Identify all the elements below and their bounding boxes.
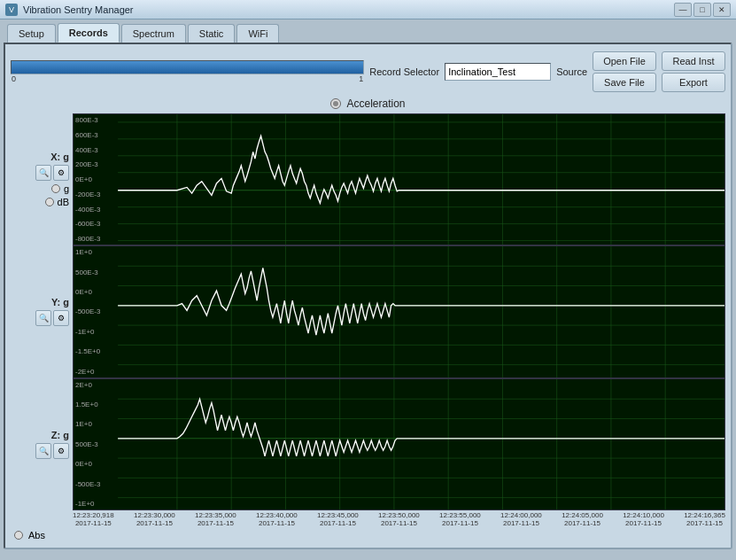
x-label-7: 12:24:00,000 2017-11-15 <box>500 511 542 527</box>
app-title: Vibration Sentry Manager <box>23 4 134 15</box>
y-settings[interactable]: ⚙ <box>53 310 69 326</box>
charts-container: X: g 🔍 ⚙ g dB <box>11 113 725 542</box>
x-axis-row: 12:23:20,918 2017-11-15 12:23:30,000 201… <box>11 510 725 528</box>
content-area: 0 1 Record Selector Source Open File Sav… <box>4 43 732 549</box>
slider-fill <box>12 61 363 74</box>
title-bar: V Vibration Sentry Manager — □ ✕ <box>0 0 736 19</box>
x-label-8: 12:24:05,000 2017-11-15 <box>562 511 603 527</box>
save-file-button[interactable]: Save File <box>593 73 656 92</box>
x-g-label: g <box>64 183 69 194</box>
export-button[interactable]: Export <box>662 73 725 92</box>
main-window: Setup Records Spectrum Static WiFi 0 1 R… <box>0 19 736 560</box>
tab-static[interactable]: Static <box>188 24 236 43</box>
chart-section-z: Z: g 🔍 ⚙ 2E+0 1.5E+0 1E+0 500E-3 0E+0 -5… <box>11 378 725 510</box>
x-axis-controls: 🔍 ⚙ <box>35 165 69 181</box>
slider-container: 0 1 <box>11 60 364 83</box>
window-controls: — □ ✕ <box>674 3 731 17</box>
x-unit-row: g <box>51 183 69 194</box>
acceleration-header: Acceleration <box>11 97 725 110</box>
x-label-0: 12:23:20,918 2017-11-15 <box>73 511 114 527</box>
x-db-row: dB <box>45 197 69 207</box>
close-button[interactable]: ✕ <box>713 3 731 17</box>
chart-section-y: Y: g 🔍 ⚙ 1E+0 500E-3 0E+0 -500E-3 -1E+0 … <box>11 245 725 377</box>
file-buttons: Open File Save File <box>593 51 656 92</box>
z-axis-controls: 🔍 ⚙ <box>35 443 69 459</box>
chart-svg-x <box>74 114 724 245</box>
chart-svg-y <box>74 246 724 377</box>
x-g-radio[interactable] <box>51 184 60 193</box>
minimize-button[interactable]: — <box>674 3 692 17</box>
z-zoom-in[interactable]: 🔍 <box>35 443 51 459</box>
slider-labels: 0 1 <box>11 74 364 83</box>
app-icon: V <box>5 4 18 16</box>
chart-area-x: 800E-3 600E-3 400E-3 200E-3 0E+0 -200E-3… <box>73 113 725 245</box>
x-labels: 12:23:20,918 2017-11-15 12:23:30,000 201… <box>73 510 725 528</box>
record-slider[interactable] <box>11 60 364 74</box>
tab-bar: Setup Records Spectrum Static WiFi <box>4 23 732 43</box>
y-axis-controls: 🔍 ⚙ <box>35 310 69 326</box>
acceleration-label: Acceleration <box>346 97 405 110</box>
y-zoom-in[interactable]: 🔍 <box>35 310 51 326</box>
x-label-5: 12:23:50,000 2017-11-15 <box>378 511 420 527</box>
slider-max: 1 <box>359 74 363 83</box>
x-settings[interactable]: ⚙ <box>53 165 69 181</box>
tab-wifi[interactable]: WiFi <box>236 24 279 43</box>
z-axis-label: Z: g <box>51 430 69 440</box>
tab-spectrum[interactable]: Spectrum <box>121 24 186 43</box>
x-label-10: 12:24:16,365 2017-11-15 <box>684 511 725 527</box>
x-label-6: 12:23:55,000 2017-11-15 <box>439 511 481 527</box>
chart-left-y: Y: g 🔍 ⚙ <box>11 245 73 377</box>
chart-area-y: 1E+0 500E-3 0E+0 -500E-3 -1E+0 -1.5E+0 -… <box>73 245 725 377</box>
acceleration-radio[interactable] <box>330 98 341 109</box>
abs-radio[interactable] <box>14 531 23 540</box>
open-file-button[interactable]: Open File <box>593 51 656 71</box>
x-label-3: 12:23:40,000 2017-11-15 <box>256 511 298 527</box>
x-axis-label: X: g <box>50 152 69 162</box>
slider-min: 0 <box>12 74 16 83</box>
chart-section-x: X: g 🔍 ⚙ g dB <box>11 113 725 245</box>
chart-area-z: 2E+0 1.5E+0 1E+0 500E-3 0E+0 -500E-3 -1E… <box>73 378 725 510</box>
x-label-4: 12:23:45,000 2017-11-15 <box>317 511 359 527</box>
x-label-2: 12:23:35,000 2017-11-15 <box>195 511 236 527</box>
source-label: Source <box>556 66 587 77</box>
toolbar-row: 0 1 Record Selector Source Open File Sav… <box>11 50 725 94</box>
tab-records[interactable]: Records <box>58 23 120 43</box>
footer-row: Abs <box>11 528 725 542</box>
x-label-1: 12:23:30,000 2017-11-15 <box>134 511 175 527</box>
maximize-button[interactable]: □ <box>693 3 711 17</box>
read-inst-button[interactable]: Read Inst <box>662 51 725 71</box>
x-db-label: dB <box>58 197 69 207</box>
chart-svg-z <box>74 379 724 510</box>
chart-left-x: X: g 🔍 ⚙ g dB <box>11 113 73 245</box>
record-selector-label: Record Selector <box>369 66 439 77</box>
inst-buttons: Read Inst Export <box>662 51 725 92</box>
y-axis-label: Y: g <box>51 297 69 307</box>
abs-label: Abs <box>28 530 45 541</box>
x-zoom-in[interactable]: 🔍 <box>35 165 51 181</box>
chart-left-z: Z: g 🔍 ⚙ <box>11 378 73 510</box>
tab-setup[interactable]: Setup <box>7 24 56 43</box>
z-settings[interactable]: ⚙ <box>53 443 69 459</box>
record-name-input[interactable] <box>445 63 551 81</box>
x-label-9: 12:24:10,000 2017-11-15 <box>623 511 664 527</box>
x-db-radio[interactable] <box>45 198 54 206</box>
